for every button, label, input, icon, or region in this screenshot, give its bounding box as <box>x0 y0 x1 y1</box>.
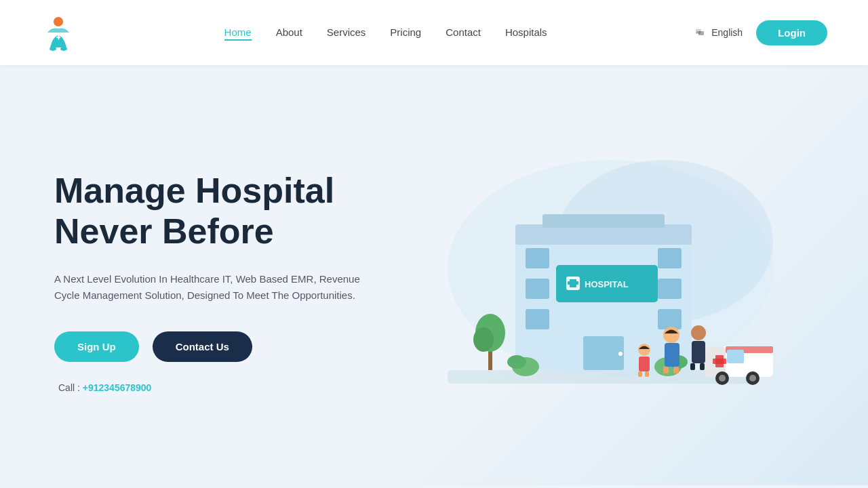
svg-rect-16 <box>526 309 549 329</box>
svg-rect-44 <box>638 371 642 377</box>
language-icon: AB <box>695 26 707 39</box>
svg-point-34 <box>663 327 679 343</box>
svg-point-51 <box>719 375 726 382</box>
svg-rect-19 <box>658 309 682 329</box>
svg-text:AB: AB <box>696 30 701 35</box>
svg-rect-39 <box>692 341 705 363</box>
svg-point-4 <box>60 47 67 51</box>
nav-item-home[interactable]: Home <box>224 26 252 39</box>
hero-illustration: HOSPITAL <box>380 146 814 418</box>
svg-rect-25 <box>583 336 624 370</box>
phone-link[interactable]: +912345678900 <box>83 382 152 393</box>
nav-item-services[interactable]: Services <box>327 26 366 39</box>
hero-buttons: Sign Up Contact Us <box>54 331 380 362</box>
hero-subtitle: A Next Level Evolution In Healthcare IT,… <box>54 271 380 305</box>
nav-item-hospitals[interactable]: Hospitals <box>505 26 547 39</box>
svg-rect-35 <box>665 343 679 367</box>
svg-point-0 <box>54 17 63 26</box>
svg-point-26 <box>618 352 623 356</box>
svg-rect-49 <box>713 359 726 364</box>
svg-point-28 <box>507 355 526 369</box>
nav-right: AB English Login <box>695 20 827 45</box>
hero-section: Manage Hospital Never Before A Next Leve… <box>0 65 868 485</box>
svg-rect-41 <box>700 363 705 370</box>
svg-rect-13 <box>542 214 665 228</box>
svg-rect-40 <box>690 363 695 370</box>
svg-rect-2 <box>58 35 60 40</box>
svg-rect-43 <box>639 357 650 371</box>
svg-rect-14 <box>526 248 549 268</box>
hero-call: Call : +912345678900 <box>58 382 380 393</box>
svg-rect-55 <box>727 350 744 363</box>
hero-title: Manage Hospital Never Before <box>54 171 380 252</box>
svg-point-33 <box>473 327 494 352</box>
nav-link-contact[interactable]: Contact <box>446 26 481 38</box>
logo-icon <box>41 12 76 53</box>
nav-link-hospitals[interactable]: Hospitals <box>505 26 547 38</box>
svg-point-38 <box>691 325 706 340</box>
svg-point-53 <box>749 375 756 382</box>
nav-link-pricing[interactable]: Pricing <box>390 26 421 38</box>
svg-rect-37 <box>673 367 679 373</box>
nav-item-contact[interactable]: Contact <box>446 26 481 39</box>
svg-point-3 <box>50 47 56 51</box>
login-button[interactable]: Login <box>756 20 827 45</box>
hero-text: Manage Hospital Never Before A Next Leve… <box>54 171 380 393</box>
svg-point-42 <box>638 344 650 356</box>
signup-button[interactable]: Sign Up <box>54 331 139 362</box>
hospital-svg: HOSPITAL <box>407 146 787 418</box>
language-label: English <box>711 27 743 38</box>
contact-button[interactable]: Contact Us <box>153 331 252 362</box>
nav-link-about[interactable]: About <box>276 26 302 38</box>
svg-rect-18 <box>658 279 682 299</box>
nav-item-pricing[interactable]: Pricing <box>390 26 421 39</box>
nav-item-about[interactable]: About <box>276 26 302 39</box>
nav-link-home[interactable]: Home <box>224 26 252 41</box>
svg-text:HOSPITAL: HOSPITAL <box>585 279 629 289</box>
logo <box>41 12 76 53</box>
nav-link-services[interactable]: Services <box>327 26 366 38</box>
svg-rect-36 <box>663 367 669 373</box>
navbar: Home About Services Pricing Contact Hosp… <box>0 0 868 65</box>
nav-links: Home About Services Pricing Contact Hosp… <box>224 26 547 39</box>
language-button[interactable]: AB English <box>695 26 743 39</box>
svg-rect-45 <box>645 371 649 377</box>
svg-rect-23 <box>568 281 578 285</box>
svg-rect-17 <box>658 248 682 268</box>
svg-rect-15 <box>526 279 549 299</box>
